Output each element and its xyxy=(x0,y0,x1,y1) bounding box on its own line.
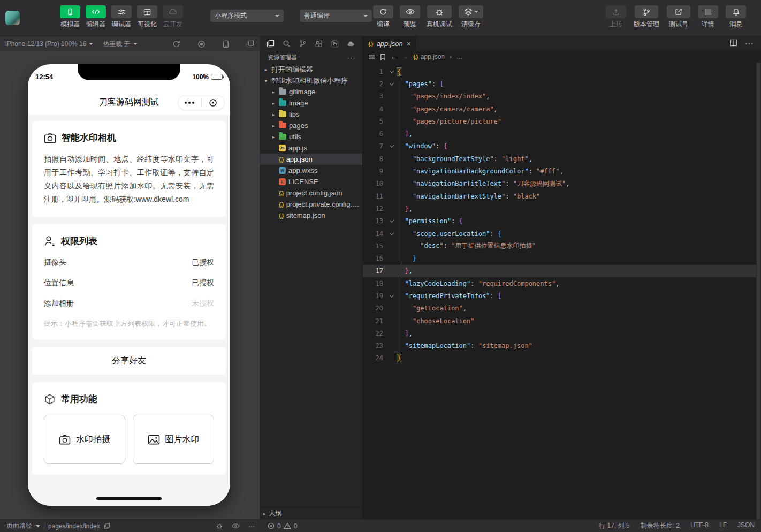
errors-icon[interactable] xyxy=(268,522,275,529)
code-line-11[interactable]: 11"navigationBarTextStyle": "black" xyxy=(363,190,761,202)
visibility-eye-icon[interactable] xyxy=(232,523,240,529)
vconsole-bug-icon[interactable] xyxy=(216,522,223,529)
remote-debug-button[interactable]: 真机调试 xyxy=(427,5,452,29)
fold-chevron-icon[interactable] xyxy=(386,145,397,148)
cloud-dev-button[interactable]: 云开发 xyxy=(163,5,183,29)
code-line-23[interactable]: 23"sitemapLocation": "sitemap.json" xyxy=(363,340,761,352)
rotate-icon[interactable] xyxy=(172,40,180,48)
bookmark-icon[interactable] xyxy=(380,54,386,60)
details-button[interactable]: 详情 xyxy=(698,5,718,29)
breadcrumb-more[interactable]: … xyxy=(456,53,463,60)
fold-chevron-icon[interactable] xyxy=(386,232,397,235)
test-account-button[interactable]: 测试号 xyxy=(667,5,690,29)
code-line-17[interactable]: 17}, xyxy=(363,265,761,277)
source-control-icon[interactable] xyxy=(295,38,310,50)
code-line-13[interactable]: 13"permission": { xyxy=(363,215,761,227)
code-line-16[interactable]: 16} xyxy=(363,252,761,264)
status-more-icon[interactable]: ··· xyxy=(248,522,255,530)
tree-item--[interactable]: ▸打开的编辑器 xyxy=(260,64,362,75)
code-line-4[interactable]: 4"pages/camera/camera", xyxy=(363,103,761,115)
explorer-more-button[interactable]: ··· xyxy=(347,54,356,62)
outline-section[interactable]: ▸ 大纲 xyxy=(260,507,362,519)
tree-item-libs[interactable]: ▸libs xyxy=(260,109,362,120)
tree-item-license[interactable]: LLICENSE xyxy=(260,176,362,187)
tree-item-gitimage[interactable]: ▸gitimage xyxy=(260,86,362,97)
code-line-21[interactable]: 21"chooseLocation" xyxy=(363,315,761,327)
extensions-icon[interactable] xyxy=(311,38,326,50)
tree-item-app.json[interactable]: {.}app.json xyxy=(260,154,362,165)
more-menu-button[interactable] xyxy=(178,102,201,104)
code-line-1[interactable]: 1{ xyxy=(363,65,761,78)
outline-list-icon[interactable] xyxy=(368,54,375,60)
compile-button[interactable]: 编译 xyxy=(373,5,393,29)
eol-indicator[interactable]: LF xyxy=(719,521,727,530)
cursor-position[interactable]: 行 17, 列 5 xyxy=(599,521,629,530)
code-line-12[interactable]: 12}, xyxy=(363,202,761,215)
clear-cache-button[interactable]: 清缓存 xyxy=(459,5,483,29)
simulator-toggle-button[interactable]: 模拟器 xyxy=(60,5,80,29)
appmode-select[interactable]: 小程序模式 xyxy=(210,10,284,22)
tree-item-app.wxss[interactable]: Wapp.wxss xyxy=(260,165,362,176)
editor-more-icon[interactable]: ··· xyxy=(745,39,754,49)
code-line-7[interactable]: 7"window": { xyxy=(363,140,761,153)
watermark-shoot-button[interactable]: 水印拍摄 xyxy=(44,415,125,464)
code-line-9[interactable]: 9"navigationBarBackgroundColor": "#fff", xyxy=(363,165,761,177)
fold-chevron-icon[interactable] xyxy=(386,70,397,73)
code-line-20[interactable]: 20"getLocation", xyxy=(363,302,761,315)
files-icon[interactable] xyxy=(263,38,278,50)
warnings-icon[interactable] xyxy=(284,522,291,529)
language-indicator[interactable]: JSON xyxy=(737,521,755,530)
close-icon[interactable]: × xyxy=(407,40,411,48)
fold-chevron-icon[interactable] xyxy=(386,294,397,298)
debugger-toggle-button[interactable]: 调试器 xyxy=(111,5,132,29)
code-line-22[interactable]: 22], xyxy=(363,327,761,339)
hot-reload-toggle[interactable]: 热重载 开 xyxy=(103,40,137,49)
tree-item--[interactable]: ▾智能水印相机微信小程序 xyxy=(260,75,362,86)
tab-size-indicator[interactable]: 制表符长度: 2 xyxy=(641,521,680,530)
code-editor[interactable]: 1{2"pages": [3"pages/index/index",4"page… xyxy=(363,63,761,519)
code-line-18[interactable]: 18"lazyCodeLoading": "requiredComponents… xyxy=(363,277,761,290)
share-button[interactable]: 分享好友 xyxy=(32,347,226,375)
visual-toggle-button[interactable]: 可视化 xyxy=(137,5,157,29)
permission-row[interactable]: 摄像头 已授权 xyxy=(44,258,214,268)
editor-toggle-button[interactable]: 编辑器 xyxy=(86,5,106,29)
search-icon[interactable] xyxy=(279,38,294,50)
detach-window-icon[interactable] xyxy=(246,40,254,48)
breadcrumb-file[interactable]: {.} app.json xyxy=(413,53,445,60)
split-editor-icon[interactable] xyxy=(730,39,737,49)
code-line-24[interactable]: 24} xyxy=(363,352,761,364)
code-line-6[interactable]: 6], xyxy=(363,127,761,140)
device-frame-icon[interactable] xyxy=(223,40,229,48)
code-line-19[interactable]: 19"requiredPrivateInfos": [ xyxy=(363,290,761,302)
compile-mode-select[interactable]: 普通编译 xyxy=(300,10,372,22)
current-page-path[interactable]: pages/index/index xyxy=(48,522,100,530)
tree-item-utils[interactable]: ▸utils xyxy=(260,131,362,142)
messages-button[interactable]: 消息 xyxy=(726,5,746,29)
code-line-14[interactable]: 14"scope.userLocation": { xyxy=(363,227,761,240)
fold-chevron-icon[interactable] xyxy=(386,219,397,223)
tree-item-pages[interactable]: ▸pages xyxy=(260,120,362,131)
close-minimize-button[interactable] xyxy=(202,98,225,107)
permission-row[interactable]: 位置信息 已授权 xyxy=(44,278,214,288)
code-line-2[interactable]: 2"pages": [ xyxy=(363,78,761,90)
upload-button[interactable]: 上传 xyxy=(606,5,626,29)
tree-item-image[interactable]: ▸image xyxy=(260,97,362,109)
picture-watermark-button[interactable]: 图片水印 xyxy=(133,415,214,464)
encoding-indicator[interactable]: UTF-8 xyxy=(690,521,709,530)
tree-item-app.js[interactable]: JSapp.js xyxy=(260,142,362,154)
record-icon[interactable] xyxy=(197,40,206,48)
device-select[interactable]: iPhone 12/13 (Pro) 100% 16 xyxy=(5,40,93,48)
tree-item-project.private.config.js...[interactable]: {.}project.private.config.js... xyxy=(260,199,362,210)
code-line-5[interactable]: 5"pages/picture/picture" xyxy=(363,115,761,127)
permission-row[interactable]: 添加相册 未授权 xyxy=(44,299,214,308)
tree-item-project.config.json[interactable]: {.}project.config.json xyxy=(260,187,362,199)
tab-app-json[interactable]: {.} app.json × xyxy=(363,36,416,51)
editor-scrollbar[interactable] xyxy=(756,63,761,519)
plugin-icon[interactable] xyxy=(328,38,342,50)
fold-chevron-icon[interactable] xyxy=(386,82,397,86)
code-line-8[interactable]: 8"backgroundTextStyle": "light", xyxy=(363,153,761,165)
user-avatar[interactable] xyxy=(5,11,20,25)
code-line-15[interactable]: 15"desc": "用于提供位置信息水印拍摄" xyxy=(363,240,761,252)
cloud-tools-icon[interactable] xyxy=(344,38,358,50)
copy-icon[interactable] xyxy=(104,523,110,529)
